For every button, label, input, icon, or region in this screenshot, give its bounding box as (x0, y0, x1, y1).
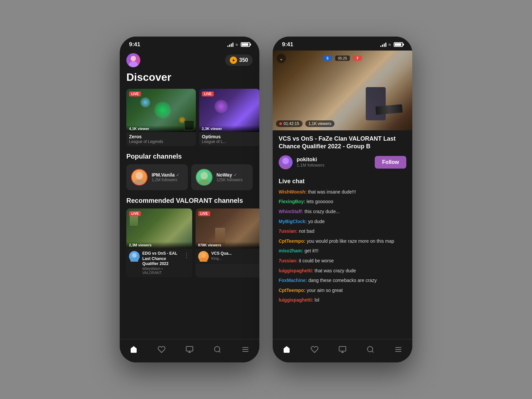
live-badge-2: LIVE (202, 91, 214, 96)
nav-search[interactable] (213, 345, 221, 353)
discover-header: ● 350 (120, 51, 259, 71)
signal-bar-2 (229, 45, 230, 47)
chat-text-3: yo dude (308, 219, 325, 224)
game-details-2: 2,3K viewer (199, 125, 259, 132)
agent-silhouette (366, 87, 386, 120)
val-info-2: VCS Qua... King... (196, 248, 259, 264)
chat-text-0: that was insane dude!!! (308, 189, 356, 195)
val-row-2: VCS Qua... King... (198, 251, 259, 262)
coins-badge[interactable]: ● 350 (225, 55, 253, 66)
signal-bars-left (227, 42, 233, 47)
recommended-streams-row: LIVE 2,3M viewers ED (120, 208, 259, 277)
chat-username-11: luiggispaghetti: (279, 297, 315, 303)
spell-effect-1 (154, 102, 171, 118)
nav-menu-right[interactable] (394, 345, 402, 353)
channel-info-1: IPM.Vanila ✓ 1,2M followers (152, 172, 180, 182)
nav-search-right[interactable] (366, 345, 374, 353)
wifi-icon-right: ≈ (388, 42, 391, 47)
chat-text-8: that was crazy dude (315, 268, 356, 273)
val-game-details-1: 2,3M viewers (126, 242, 192, 248)
svg-rect-10 (186, 346, 193, 351)
user-avatar[interactable] (126, 53, 140, 67)
val-card-1[interactable]: LIVE 2,3M viewers ED (126, 208, 192, 277)
val-avatar-1 (129, 251, 140, 262)
nav-heart[interactable] (158, 345, 166, 353)
nav-play-right[interactable] (338, 345, 346, 353)
video-overlay-bottom: 01:42:15 1,1K viewers (276, 120, 334, 127)
nav-home-right[interactable] (283, 345, 291, 353)
chat-username-2: WhimStaff: (279, 209, 305, 214)
live-dot (279, 122, 282, 125)
nav-menu[interactable] (241, 345, 249, 353)
chat-message-2: WhimStaff: this crazy dude... (279, 208, 406, 215)
chat-text-11: lol (315, 297, 319, 303)
svg-point-0 (131, 56, 136, 61)
spell-effect-2 (140, 97, 150, 107)
val-row-1: EDG vs OnS - EAL Last Chance Qualifier 2… (129, 251, 190, 275)
chat-message-5: CptTeempo: you would prob like raze more… (279, 238, 406, 245)
stream-title-section: VCS vs OnS - FaZe Clan VALORANT Last Cha… (273, 130, 412, 174)
stream-timer: 01:42:15 (284, 121, 299, 126)
nav-play[interactable] (186, 345, 194, 353)
val-dots-1[interactable]: ⋮ (184, 251, 190, 259)
channel-name-2: NoWay ✓ (216, 172, 243, 178)
val-game-details-2: 978K viewers (196, 242, 259, 248)
nav-home[interactable] (130, 345, 138, 353)
svg-point-19 (280, 165, 291, 169)
signal-bar-4 (232, 43, 233, 47)
chat-message-7: 7ussian: it could be worse (279, 258, 406, 264)
chat-username-3: MyBigClock: (279, 219, 308, 224)
signal-bar-r1 (380, 46, 381, 47)
nav-heart-right[interactable] (311, 345, 319, 353)
status-icons-right: ≈ (380, 42, 403, 47)
svg-point-5 (199, 180, 209, 186)
popular-channels-title: Popular channels (120, 146, 259, 164)
video-container[interactable]: 5 05:25 7 ⌄ 01:42:15 1,1K viewers (273, 51, 412, 130)
chat-text-10: your aim so great (307, 288, 343, 293)
val-viewer-count-2: 978K viewers (198, 243, 221, 247)
chat-text-7: it could be worse (299, 258, 334, 263)
page-title: Discover (120, 71, 259, 89)
val-live-badge-2: LIVE (198, 211, 210, 216)
val-avatar-2 (198, 251, 209, 262)
channel-card-2[interactable]: NoWay ✓ 125K followers (191, 164, 253, 190)
ch-avatar-inner-2 (197, 170, 212, 185)
chat-message-10: CptTeempo: your aim so great (279, 287, 406, 294)
svg-point-1 (129, 61, 138, 67)
signal-bar-r3 (384, 44, 385, 47)
coin-icon: ● (230, 57, 237, 64)
signal-bar-r2 (382, 45, 383, 47)
chat-text-9: dang these comebacks are crazy (308, 278, 376, 283)
follow-button[interactable]: Follow (375, 156, 406, 169)
stream-title-2: Optimus (202, 134, 257, 139)
channel-info-2: NoWay ✓ 125K followers (216, 172, 243, 182)
chat-message-6: miso2ham: get it!!! (279, 248, 406, 254)
val-card-2[interactable]: LIVE 978K viewers VC (196, 208, 259, 277)
val-streamer-1: WittyWiitch • VALORANT (142, 267, 181, 275)
signal-bar-3 (231, 44, 232, 47)
popular-channels-row: IPM.Vanila ✓ 1,2M followers (120, 164, 259, 190)
viewer-count-1: 4,1K viewer (129, 127, 149, 131)
viewers-badge: 1,1K viewers (305, 120, 335, 127)
stream-card-2[interactable]: LIVE 2,3K viewer Optimus League of L... (199, 89, 259, 146)
stream-card-1[interactable]: LIVE 4,1K viewer Zeros League of Legends (126, 89, 196, 146)
status-icons-left: ≈ (227, 42, 250, 47)
right-phone: 9:41 ≈ 5 05:25 7 (273, 37, 412, 362)
svg-line-14 (219, 351, 220, 352)
svg-point-13 (214, 346, 220, 352)
stream-timer-badge: 01:42:15 (276, 120, 303, 127)
chat-message-11: luiggispaghetti: lol (279, 297, 406, 304)
stream-thumbnail-2: LIVE 2,3K viewer (199, 89, 259, 132)
chevron-down-button[interactable]: ⌄ (277, 54, 286, 63)
streamer-avatar[interactable] (279, 155, 293, 169)
streamer-followers: 1,1M followers (297, 163, 325, 168)
chat-username-5: CptTeempo: (279, 238, 307, 244)
verified-icon-2: ✓ (233, 173, 237, 178)
svg-point-9 (200, 258, 207, 262)
svg-point-18 (282, 158, 289, 164)
channel-card-1[interactable]: IPM.Vanila ✓ 1,2M followers (126, 164, 188, 190)
battery-fill-left (242, 43, 248, 46)
channel-followers-2: 125K followers (216, 178, 243, 182)
chat-username-10: CptTeempo: (279, 288, 307, 293)
streamer-text: pokitoki 1,1M followers (297, 157, 325, 168)
